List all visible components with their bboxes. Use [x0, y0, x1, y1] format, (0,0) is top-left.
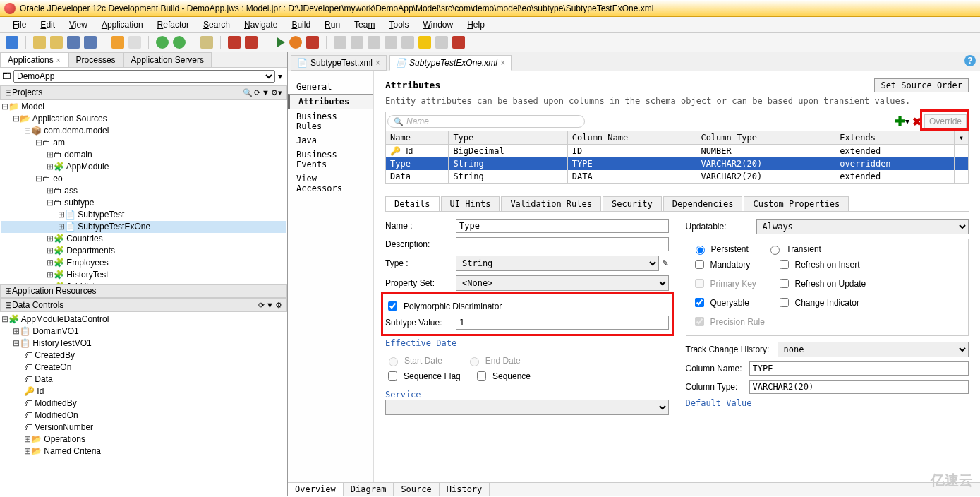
new-icon[interactable] — [6, 36, 18, 49]
nav-business-events[interactable]: Business Events — [288, 148, 373, 172]
delete-icon[interactable]: ✖ — [912, 115, 921, 128]
wand-icon[interactable] — [452, 36, 465, 49]
bottom-tab-diagram[interactable]: Diagram — [344, 483, 394, 496]
poly-discriminator-checkbox[interactable] — [388, 301, 397, 311]
subtab-security[interactable]: Security — [603, 196, 662, 211]
editor-tab-2[interactable]: 📄SubtypeTestExOne.xml× — [389, 55, 512, 71]
subtab-custom[interactable]: Custom Properties — [744, 196, 849, 211]
save-icon[interactable] — [67, 36, 80, 49]
attributes-table[interactable]: Name Type Column Name Column Type Extend… — [385, 131, 969, 184]
redo-icon[interactable] — [128, 36, 141, 49]
expand-icon[interactable]: ⊞ — [5, 286, 12, 296]
menu-run[interactable]: Run — [317, 18, 347, 31]
projects-tree[interactable]: ⊟📁 Model ⊟📂 Application Sources ⊟📦 com.d… — [0, 100, 287, 284]
db-icon[interactable] — [200, 36, 213, 49]
mandatory-checkbox[interactable] — [695, 260, 704, 269]
editor-tab-1[interactable]: 📄SubtypeTest.xml× — [291, 55, 387, 71]
help-icon[interactable]: ? — [964, 55, 976, 66]
options-icon[interactable]: ⚙▾ — [271, 88, 282, 97]
sequence-checkbox[interactable] — [477, 371, 486, 381]
tab-app-servers[interactable]: Application Servers — [123, 52, 212, 67]
filter-icon[interactable]: ▼ — [266, 301, 274, 309]
refresh-icon[interactable]: ⟳ — [258, 301, 265, 309]
menu-search[interactable]: Search — [196, 18, 237, 31]
queryable-checkbox[interactable] — [695, 298, 704, 307]
step1-icon[interactable] — [334, 36, 346, 49]
data-controls-header[interactable]: Data Controls — [12, 300, 257, 310]
refresh-insert-checkbox[interactable] — [780, 260, 789, 269]
find-icon[interactable]: 🔍 — [243, 88, 253, 97]
edit-type-icon[interactable]: ✎ — [662, 258, 669, 268]
nav-attributes[interactable]: Attributes — [288, 94, 373, 109]
data-controls-tree[interactable]: ⊟🧩 AppModuleDataControl ⊞📋 DomainVO1 ⊟📋 … — [0, 312, 287, 496]
app-resources-header[interactable]: Application Resources — [12, 286, 282, 296]
set-source-order-button[interactable]: Set Source Order — [874, 78, 969, 92]
run-icon[interactable] — [272, 36, 285, 49]
subtab-ui-hints[interactable]: UI Hints — [441, 196, 500, 211]
app-selector[interactable]: DemoApp — [13, 70, 275, 83]
collapse-icon[interactable]: ⊟ — [5, 300, 12, 310]
bottom-tab-history[interactable]: History — [440, 483, 490, 496]
menu-bar[interactable]: File Edit View Application Refactor Sear… — [0, 17, 980, 33]
refresh-icon[interactable]: ⟳ — [254, 88, 260, 97]
nav-java[interactable]: Java — [288, 133, 373, 148]
change-indicator-checkbox[interactable] — [780, 298, 789, 307]
menu-application[interactable]: Application — [95, 18, 150, 31]
subtab-details[interactable]: Details — [385, 196, 440, 211]
refresh-update-checkbox[interactable] — [780, 279, 789, 288]
step3-icon[interactable] — [368, 36, 380, 49]
step5-icon[interactable] — [401, 36, 414, 49]
menu-build[interactable]: Build — [284, 18, 317, 31]
step2-icon[interactable] — [351, 36, 363, 49]
app-menu-icon[interactable]: ▾ — [275, 71, 285, 81]
trash-icon[interactable] — [435, 36, 448, 49]
updatable-select[interactable]: Always — [756, 219, 969, 234]
sequence-flag-checkbox[interactable] — [388, 371, 397, 381]
tab-processes[interactable]: Processes — [68, 52, 123, 67]
menu-edit[interactable]: Edit — [33, 18, 62, 31]
tab-applications[interactable]: Applications× — [0, 52, 68, 67]
override-button[interactable]: Override — [924, 114, 967, 128]
menu-view[interactable]: View — [62, 18, 95, 31]
persistent-radio[interactable] — [696, 246, 705, 255]
attribute-search[interactable]: Name — [387, 115, 585, 128]
type-select[interactable]: String — [456, 256, 659, 271]
menu-window[interactable]: Window — [416, 18, 460, 31]
stop-icon[interactable] — [306, 36, 319, 49]
nav-view-accessors[interactable]: View Accessors — [288, 172, 373, 196]
open-folder-icon[interactable] — [50, 36, 63, 49]
filter-icon[interactable]: ▼ — [262, 88, 270, 97]
open-icon[interactable] — [33, 36, 46, 49]
options-icon[interactable]: ⚙ — [275, 301, 282, 309]
nav-business-rules[interactable]: Business Rules — [288, 109, 373, 133]
name-field[interactable] — [456, 219, 669, 233]
menu-team[interactable]: Team — [347, 18, 382, 31]
subtab-validation[interactable]: Validation Rules — [501, 196, 601, 211]
subtype-value-field[interactable] — [456, 316, 669, 330]
pause-icon[interactable] — [418, 36, 431, 49]
description-field[interactable] — [456, 237, 669, 251]
nav-general[interactable]: General — [288, 80, 373, 94]
add-dropdown[interactable]: ▾ — [905, 116, 909, 126]
back-icon[interactable] — [156, 36, 169, 49]
bottom-tab-overview[interactable]: Overview — [288, 483, 344, 496]
collapse-icon[interactable]: ⊟ — [5, 88, 12, 97]
column-name-field[interactable] — [749, 361, 969, 376]
add-icon[interactable]: ✚ — [895, 114, 905, 129]
transient-radio[interactable] — [770, 246, 780, 255]
column-type-field[interactable] — [749, 380, 969, 394]
build-icon[interactable] — [228, 36, 241, 49]
subtab-dependencies[interactable]: Dependencies — [663, 196, 743, 211]
menu-file[interactable]: File — [6, 18, 33, 31]
menu-navigate[interactable]: Navigate — [237, 18, 284, 31]
track-history-select[interactable]: none — [778, 342, 969, 357]
undo-icon[interactable] — [111, 36, 124, 49]
property-set-select[interactable]: <None> — [456, 275, 669, 291]
debug-icon[interactable] — [289, 36, 302, 49]
save-all-icon[interactable] — [84, 36, 97, 49]
menu-help[interactable]: Help — [460, 18, 492, 31]
rebuild-icon[interactable] — [245, 36, 258, 49]
menu-refactor[interactable]: Refactor — [150, 18, 196, 31]
service-select[interactable] — [385, 400, 669, 415]
forward-icon[interactable] — [173, 36, 186, 49]
